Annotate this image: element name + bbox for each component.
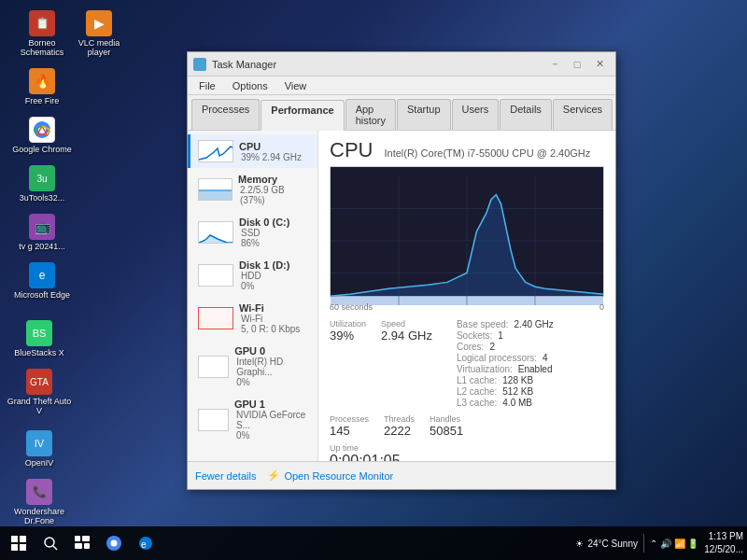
window-controls: － □ ✕ — [544, 56, 610, 73]
svg-rect-14 — [11, 544, 18, 551]
svg-point-23 — [111, 540, 118, 547]
handles-label: Handles — [430, 414, 463, 424]
taskbar-chrome[interactable] — [99, 528, 129, 558]
stat-info-col: Base speed: 2.40 GHz Sockets: 1 Cores: 2 — [457, 319, 554, 409]
desktop-icon-3utools[interactable]: 3u 3uTools32... — [4, 162, 80, 205]
threads-label: Threads — [384, 414, 415, 424]
sidebar-gpu1-val: 0% — [234, 430, 310, 441]
cpu-model-name: Intel(R) Core(TM) i7-5500U CPU @ 2.40GHz — [384, 147, 590, 159]
processes-value: 145 — [330, 424, 369, 438]
sidebar-disk0-name: Disk 0 (C:) — [239, 217, 289, 228]
tab-services[interactable]: Services — [553, 99, 613, 130]
desktop-icon-tv[interactable]: 📺 tv g 20241... — [4, 211, 80, 254]
performance-sidebar: CPU 39% 2.94 GHz — [188, 131, 318, 479]
sidebar-wifi[interactable]: Wi-Fi Wi-Fi 5, 0 R: 0 Kbps — [188, 297, 317, 340]
cores-val: 2 — [489, 342, 495, 352]
svg-rect-12 — [11, 536, 18, 542]
icon-label-3utools: 3uTools32... — [20, 193, 65, 203]
start-button[interactable] — [4, 528, 34, 558]
tab-startup[interactable]: Startup — [397, 99, 450, 130]
close-button[interactable]: ✕ — [589, 56, 610, 73]
sidebar-cpu-value: 39% 2.94 GHz — [239, 152, 302, 162]
search-button[interactable] — [35, 528, 65, 558]
icon-label-gta: Grand Theft Auto V — [7, 397, 72, 415]
menu-file[interactable]: File — [191, 78, 223, 93]
minimize-button[interactable]: － — [544, 56, 565, 73]
svg-rect-20 — [75, 543, 82, 549]
stats-section: Utilization 39% Speed 2.94 GHz Base spee… — [330, 319, 604, 409]
stat-speed: Speed 2.94 GHz — [381, 319, 432, 409]
desktop-icon-chrome[interactable]: Google Chrome — [4, 114, 80, 157]
sidebar-cpu[interactable]: CPU 39% 2.94 GHz — [188, 134, 317, 168]
titlebar: Task Manager － □ ✕ — [188, 52, 615, 77]
cpu-title: CPU — [330, 138, 373, 162]
tab-processes[interactable]: Processes — [191, 99, 260, 130]
svg-rect-19 — [82, 536, 90, 541]
tm-bottombar: Fewer details ⚡ Open Resource Monitor — [188, 461, 615, 489]
tab-details[interactable]: Details — [500, 99, 552, 130]
desktop-icon-freefire[interactable]: 🔥 Free Fire — [4, 65, 80, 108]
l1-val: 128 KB — [502, 375, 533, 385]
icon-label-chrome: Google Chrome — [12, 145, 72, 154]
gpu0-mini-graph — [198, 356, 229, 378]
svg-rect-15 — [20, 544, 26, 551]
tm-icon — [193, 58, 206, 71]
desktop-icon-drfone[interactable]: 📞 Wondershare Dr.Fone — [4, 476, 75, 528]
tray-icons: ⌃ 🔊 📶 🔋 — [650, 539, 698, 549]
sidebar-gpu0[interactable]: GPU 0 Intel(R) HD Graphi... 0% — [188, 340, 317, 393]
taskbar-edge[interactable]: e — [131, 528, 161, 558]
sockets-label: Sockets: — [457, 330, 492, 341]
svg-rect-4 — [199, 190, 233, 201]
logical-label: Logical processors: — [457, 353, 537, 363]
cpu-mini-graph — [198, 140, 233, 162]
tab-apphistory[interactable]: App history — [345, 99, 396, 130]
base-speed-val: 2.40 GHz — [514, 319, 554, 329]
l3-val: 4.0 MB — [502, 398, 532, 408]
desktop-icon-openiv[interactable]: IV OpenIV — [4, 427, 75, 470]
menu-options[interactable]: Options — [225, 78, 275, 93]
open-resource-monitor-link[interactable]: ⚡ Open Resource Monitor — [267, 469, 393, 482]
sidebar-cpu-header: CPU 39% 2.94 GHz — [198, 140, 310, 162]
sockets-val: 1 — [498, 330, 503, 341]
fewer-details-link[interactable]: Fewer details — [195, 470, 256, 482]
svg-rect-3 — [195, 66, 204, 69]
icon-label-tv: tv g 20241... — [19, 242, 65, 251]
sidebar-gpu1-name: GPU 1 — [234, 399, 310, 410]
svg-text:e: e — [141, 539, 147, 550]
sidebar-gpu1[interactable]: GPU 1 NVIDIA GeForce S... 0% — [188, 393, 317, 446]
sidebar-disk0[interactable]: Disk 0 (C:) SSD 86% — [188, 211, 317, 254]
uptime-label: Up time — [330, 443, 604, 453]
maximize-button[interactable]: □ — [567, 56, 587, 73]
stat-handles: Handles 50851 — [430, 414, 463, 438]
disk1-mini-graph — [198, 264, 233, 287]
tab-users[interactable]: Users — [452, 99, 500, 130]
desktop-icon-vlc[interactable]: ▶ VLC media player — [63, 7, 134, 60]
clock-date: 12/5/20... — [704, 543, 743, 556]
desktop-icon-bluestacks[interactable]: BS BlueStacks X — [4, 317, 75, 360]
sidebar-gpu0-val: 0% — [234, 377, 310, 387]
svg-rect-13 — [20, 536, 26, 542]
sidebar-disk1[interactable]: Disk 1 (D:) HDD 0% — [188, 254, 317, 297]
memory-mini-graph — [198, 178, 233, 201]
cpu-right-panel: CPU Intel(R) Core(TM) i7-5500U CPU @ 2.4… — [318, 131, 615, 479]
svg-rect-18 — [75, 536, 80, 541]
tm-content-area: CPU 39% 2.94 GHz — [188, 131, 615, 479]
system-tray: ⌃ 🔊 📶 🔋 — [650, 539, 702, 549]
desktop-icon-edge[interactable]: e Microsoft Edge — [4, 259, 80, 302]
menu-view[interactable]: View — [277, 78, 315, 93]
sidebar-wifi-name: Wi-Fi — [239, 302, 300, 314]
sidebar-cpu-name: CPU — [239, 141, 302, 152]
processes-label: Processes — [330, 414, 369, 424]
sidebar-memory[interactable]: Memory 2.2/5.9 GB (37%) — [188, 168, 317, 211]
tab-performance[interactable]: Performance — [261, 100, 344, 131]
task-view-button[interactable] — [67, 528, 97, 558]
stat-threads: Threads 2222 — [384, 414, 415, 438]
sidebar-wifi-val: 5, 0 R: 0 Kbps — [239, 324, 300, 334]
virt-label: Virtualization: — [457, 364, 513, 374]
stat-utilization: Utilization 39% — [330, 319, 366, 409]
icon-label-openiv: OpenIV — [25, 458, 54, 468]
sidebar-gpu0-name: GPU 0 — [234, 345, 310, 357]
taskbar: e ☀ 24°C Sunny ⌃ 🔊 📶 🔋 1:13 PM 12/5/20..… — [0, 526, 747, 560]
taskbar-divider — [643, 534, 644, 553]
desktop-icon-gta[interactable]: GTA Grand Theft Auto V — [4, 366, 75, 418]
